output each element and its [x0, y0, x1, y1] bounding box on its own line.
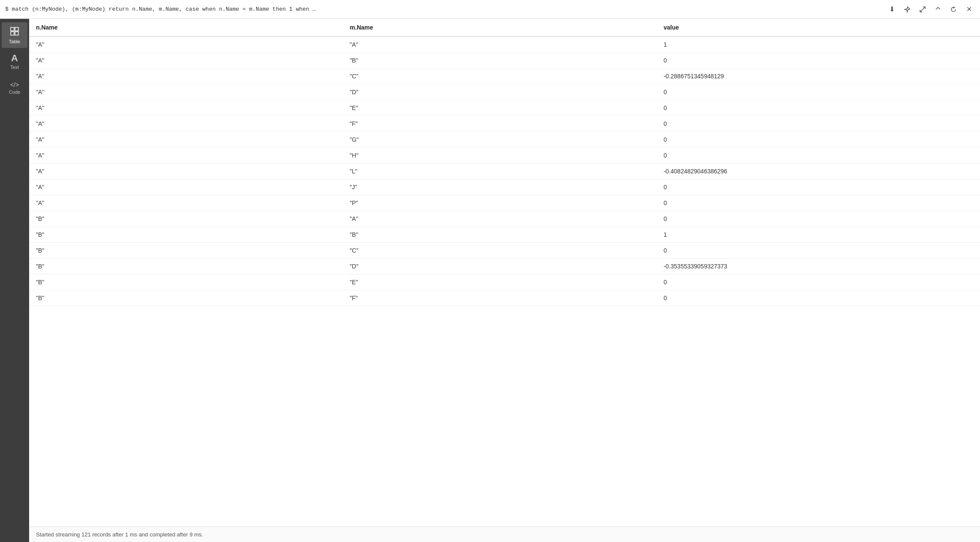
- pin-icon: [904, 6, 911, 13]
- cell-nname: "A": [29, 68, 343, 84]
- cell-nname: "A": [29, 84, 343, 100]
- status-message: Started streaming 121 records after 1 ms…: [36, 531, 203, 538]
- refresh-icon: [950, 6, 957, 13]
- sidebar-code-label: Code: [9, 89, 20, 95]
- cell-mname: "D": [343, 259, 657, 274]
- cell-value: -0.35355339059327373: [657, 259, 980, 274]
- cell-mname: "E": [343, 100, 657, 116]
- table-row: "B""F"0: [29, 290, 980, 306]
- table-row: "A""E"0: [29, 100, 980, 116]
- top-bar-actions: ⬇ ✕: [886, 3, 975, 15]
- sidebar-item-text[interactable]: A Text: [2, 49, 27, 74]
- sidebar-item-code[interactable]: </> Code: [2, 75, 27, 101]
- cell-nname: "A": [29, 148, 343, 164]
- svg-rect-4: [11, 32, 14, 35]
- cell-nname: "B": [29, 259, 343, 274]
- cell-nname: "A": [29, 195, 343, 211]
- cell-value: -0.2886751345948129: [657, 68, 980, 84]
- cell-value: 0: [657, 195, 980, 211]
- table-row: "B""B"1: [29, 227, 980, 243]
- table-header-row: n.Name m.Name value: [29, 19, 980, 36]
- cell-value: 0: [657, 132, 980, 148]
- refresh-button[interactable]: [947, 3, 959, 15]
- cell-value: 1: [657, 36, 980, 53]
- cell-nname: "A": [29, 132, 343, 148]
- cell-mname: "F": [343, 290, 657, 306]
- query-text: $ match (n:MyNode), (m:MyNode) return n.…: [5, 6, 886, 12]
- cell-value: -0.40824829046386296: [657, 164, 980, 179]
- cell-mname: "B": [343, 53, 657, 68]
- cell-value: 0: [657, 243, 980, 259]
- cell-mname: "F": [343, 116, 657, 132]
- table-container[interactable]: n.Name m.Name value "A""A"1"A""B"0"A""C"…: [29, 19, 980, 527]
- svg-rect-3: [15, 27, 18, 31]
- cell-value: 0: [657, 274, 980, 290]
- table-row: "A""G"0: [29, 132, 980, 148]
- cell-mname: "J": [343, 179, 657, 195]
- download-button[interactable]: ⬇: [886, 3, 898, 15]
- svg-rect-5: [15, 32, 18, 35]
- text-icon: A: [11, 54, 18, 63]
- sidebar: Table A Text </> Code: [0, 19, 29, 542]
- cell-mname: "D": [343, 84, 657, 100]
- cell-nname: "A": [29, 179, 343, 195]
- cell-nname: "A": [29, 100, 343, 116]
- cell-value: 0: [657, 100, 980, 116]
- expand-button[interactable]: [917, 3, 929, 15]
- sidebar-text-label: Text: [10, 65, 19, 70]
- main-layout: Table A Text </> Code n.Name m.Name valu…: [0, 19, 980, 542]
- table-row: "A""B"0: [29, 53, 980, 68]
- table-row: "A""P"0: [29, 195, 980, 211]
- cell-mname: "A": [343, 211, 657, 227]
- table-row: "A""J"0: [29, 179, 980, 195]
- col-header-value: value: [657, 19, 980, 36]
- cell-nname: "A": [29, 116, 343, 132]
- cell-mname: "B": [343, 227, 657, 243]
- cell-value: 1: [657, 227, 980, 243]
- svg-line-0: [923, 7, 925, 9]
- cell-mname: "C": [343, 68, 657, 84]
- cell-mname: "C": [343, 243, 657, 259]
- pin-button[interactable]: [901, 3, 913, 15]
- table-row: "A""D"0: [29, 84, 980, 100]
- table-row: "B""C"0: [29, 243, 980, 259]
- cell-mname: "G": [343, 132, 657, 148]
- cell-value: 0: [657, 290, 980, 306]
- sidebar-item-table[interactable]: Table: [2, 22, 27, 48]
- cell-nname: "B": [29, 243, 343, 259]
- code-icon: </>: [10, 82, 19, 88]
- cell-mname: "H": [343, 148, 657, 164]
- cell-nname: "A": [29, 53, 343, 68]
- cell-mname: "L": [343, 164, 657, 179]
- table-row: "B""A"0: [29, 211, 980, 227]
- cell-mname: "A": [343, 36, 657, 53]
- table-icon: [10, 27, 19, 37]
- cell-value: 0: [657, 84, 980, 100]
- collapse-icon: [935, 6, 941, 13]
- table-row: "A""A"1: [29, 36, 980, 53]
- cell-nname: "A": [29, 36, 343, 53]
- svg-line-1: [920, 9, 923, 12]
- cell-nname: "B": [29, 274, 343, 290]
- cell-mname: "E": [343, 274, 657, 290]
- table-row: "A""F"0: [29, 116, 980, 132]
- content-area: n.Name m.Name value "A""A"1"A""B"0"A""C"…: [29, 19, 980, 542]
- cell-value: 0: [657, 53, 980, 68]
- close-button[interactable]: ✕: [963, 3, 975, 15]
- cell-nname: "B": [29, 227, 343, 243]
- status-bar: Started streaming 121 records after 1 ms…: [29, 527, 980, 542]
- table-row: "B""E"0: [29, 274, 980, 290]
- results-table: n.Name m.Name value "A""A"1"A""B"0"A""C"…: [29, 19, 980, 306]
- cell-value: 0: [657, 211, 980, 227]
- cell-nname: "A": [29, 164, 343, 179]
- cell-value: 0: [657, 148, 980, 164]
- top-bar: $ match (n:MyNode), (m:MyNode) return n.…: [0, 0, 980, 19]
- sidebar-table-label: Table: [9, 39, 20, 44]
- collapse-button[interactable]: [932, 3, 944, 15]
- table-row: "A""C"-0.2886751345948129: [29, 68, 980, 84]
- cell-nname: "B": [29, 290, 343, 306]
- table-row: "A""H"0: [29, 148, 980, 164]
- col-header-mname: m.Name: [343, 19, 657, 36]
- cell-value: 0: [657, 179, 980, 195]
- cell-value: 0: [657, 116, 980, 132]
